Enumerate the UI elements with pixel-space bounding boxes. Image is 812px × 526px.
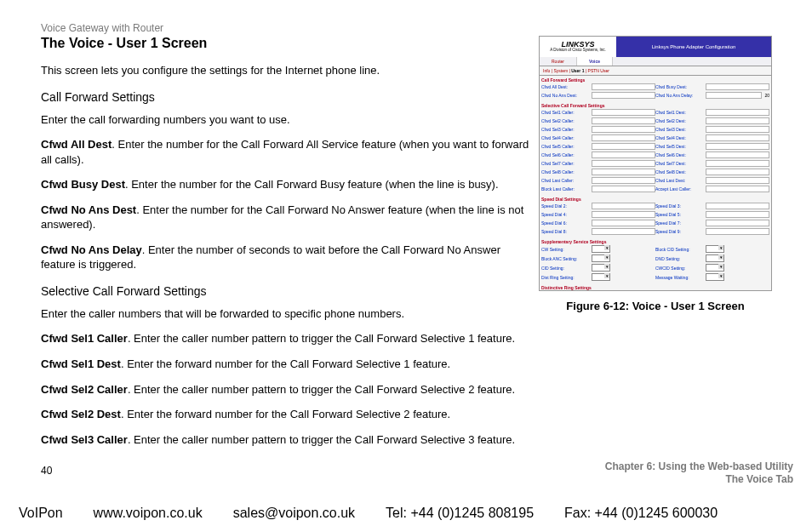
fig-field: Cfwd Last Dest:	[655, 177, 769, 184]
para-cfwd-all: Cfwd All Dest. Enter the number for the …	[41, 137, 529, 167]
para-sel2-dest: Cfwd Sel2 Dest. Enter the forward number…	[41, 407, 529, 422]
fig-field: Speed Dial 4:	[541, 211, 655, 218]
fig-field: Speed Dial 6:	[541, 220, 655, 226]
page-number: 40	[41, 465, 52, 477]
para-sel3-caller: Cfwd Sel3 Caller. Enter the caller numbe…	[41, 432, 529, 448]
footer-tel: Tel: +44 (0)1245 808195	[386, 506, 534, 521]
footer-fax: Fax: +44 (0)1245 600030	[564, 506, 718, 521]
fig-field: CID Setting:	[541, 264, 655, 272]
fig-field: Speed Dial 2:	[541, 203, 655, 209]
fig-field: Accept Last Caller:	[655, 186, 769, 192]
fig-field: Cfwd Sel1 Dest:	[655, 109, 769, 116]
fig-field: Cfwd Sel6 Caller:	[541, 152, 655, 158]
section-heading-sel: Selective Call Forward Settings	[41, 284, 529, 298]
doc-header: Voice Gateway with Router	[41, 22, 771, 34]
fig-field: Block CID Setting:	[655, 245, 769, 253]
fig-field: Cfwd Busy Dest:	[655, 83, 769, 90]
fig-field: Cfwd Sel8 Caller:	[541, 169, 655, 175]
fig-field: Block Last Caller:	[541, 186, 655, 192]
fig-field: Dist Ring Setting:	[541, 273, 655, 281]
fig-field: DND Setting:	[655, 254, 769, 262]
fig-section-title: Supplementary Service Settings	[540, 237, 771, 244]
para-cfwd-busy: Cfwd Busy Dest. Enter the number for the…	[41, 177, 529, 192]
fig-field: CWCID Setting:	[655, 264, 769, 272]
fig-field: Speed Dial 7:	[655, 220, 769, 226]
fig-field: Cfwd Sel8 Dest:	[655, 169, 769, 175]
fig-field: Message Waiting:	[655, 273, 769, 281]
figure-caption: Figure 6-12: Voice - User 1 Screen	[566, 300, 744, 312]
fig-section-title: Call Forward Settings	[540, 76, 771, 83]
fig-section-title: Speed Dial Settings	[540, 195, 771, 202]
fig-field: Cfwd Sel4 Caller:	[541, 134, 655, 141]
fig-field: Cfwd Last Caller:	[541, 177, 655, 184]
fig-field: Cfwd Sel7 Dest:	[655, 160, 769, 167]
fig-field: Cfwd Sel3 Dest:	[655, 126, 769, 133]
linksys-logo: LINKSYS A Division of Cisco Systems, Inc…	[540, 37, 616, 57]
fig-field: Speed Dial 9:	[655, 228, 769, 235]
fig-field: Cfwd Sel5 Dest:	[655, 143, 769, 150]
page-footer: VoIPon www.voipon.co.uk sales@voipon.co.…	[0, 506, 812, 521]
fig-field: Speed Dial 3:	[655, 203, 769, 209]
subtabs[interactable]: Info | System | User 1 | PSTN User	[540, 66, 771, 76]
footer-company: VoIPon	[19, 506, 63, 521]
intro-text: This screen lets you configure the setti…	[41, 63, 529, 78]
section-lead-cfwd: Enter the call forwarding numbers you wa…	[41, 112, 529, 128]
product-title: Linksys Phone Adapter Configuration	[616, 37, 771, 57]
tab-voice[interactable]: Voice	[577, 57, 613, 66]
fig-field: Cfwd Sel2 Caller:	[541, 117, 655, 124]
para-sel2-caller: Cfwd Sel2 Caller. Enter the caller numbe…	[41, 382, 529, 397]
fig-field: Cfwd Sel3 Caller:	[541, 126, 655, 133]
tab-router[interactable]: Router	[540, 57, 577, 66]
footer-email: sales@voipon.co.uk	[233, 506, 355, 521]
fig-field: Cfwd Sel1 Caller:	[541, 109, 655, 116]
section-heading-cfwd: Call Forward Settings	[41, 90, 529, 104]
fig-field: Cfwd Sel7 Caller:	[541, 160, 655, 167]
fig-field: CW Setting:	[541, 245, 655, 253]
fig-field: Cfwd Sel4 Dest:	[655, 134, 769, 141]
fig-section-title: Selective Call Forward Settings	[540, 101, 771, 108]
fig-field: Speed Dial 8:	[541, 228, 655, 235]
para-cfwd-noans: Cfwd No Ans Dest. Enter the number for t…	[41, 203, 529, 232]
fig-field: Cfwd Sel5 Caller:	[541, 143, 655, 150]
footer-web: www.voipon.co.uk	[94, 506, 203, 521]
main-content: The Voice - User 1 Screen This screen le…	[41, 36, 529, 457]
page-title: The Voice - User 1 Screen	[41, 36, 529, 51]
fig-field: Cfwd No Ans Delay:20	[655, 92, 769, 99]
fig-field: Cfwd Sel6 Dest:	[655, 152, 769, 158]
fig-field: Block ANC Setting:	[541, 254, 655, 262]
fig-field: Cfwd No Ans Dest:	[541, 92, 655, 99]
section-lead-sel: Enter the caller numbers that will be fo…	[41, 306, 529, 322]
fig-field: Speed Dial 5:	[655, 211, 769, 218]
chapter-info: Chapter 6: Using the Web-based Utility T…	[605, 460, 793, 487]
fig-section-title: Distinctive Ring Settings	[540, 283, 771, 290]
fig-field: Cfwd Sel2 Dest:	[655, 117, 769, 124]
para-sel1-caller: Cfwd Sel1 Caller. Enter the caller numbe…	[41, 331, 529, 346]
para-cfwd-delay: Cfwd No Ans Delay. Enter the number of s…	[41, 243, 529, 272]
figure-screenshot: LINKSYS A Division of Cisco Systems, Inc…	[539, 36, 772, 291]
fig-field: Cfwd All Dest:	[541, 83, 655, 90]
para-sel1-dest: Cfwd Sel1 Dest. Enter the forward number…	[41, 357, 529, 372]
